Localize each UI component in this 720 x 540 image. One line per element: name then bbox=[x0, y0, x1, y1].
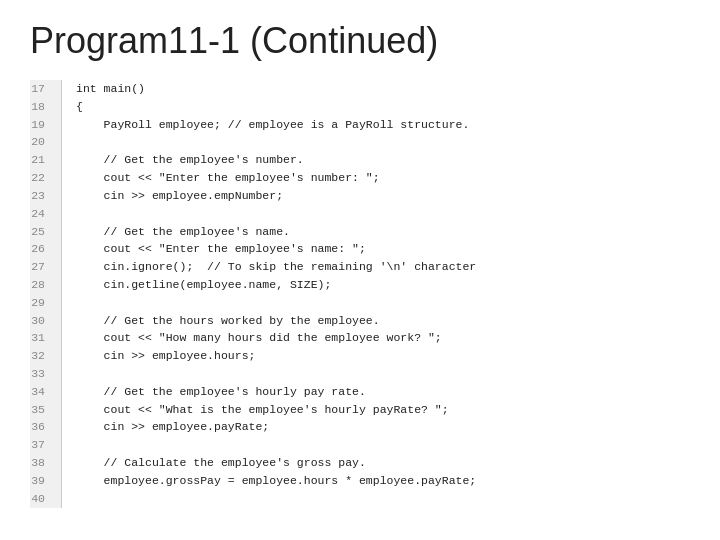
line-number: 26 bbox=[30, 240, 51, 258]
line-number: 24 bbox=[30, 205, 51, 223]
code-line: cin >> employee.payRate; bbox=[76, 418, 476, 436]
code-line: cin >> employee.hours; bbox=[76, 347, 476, 365]
line-number: 27 bbox=[30, 258, 51, 276]
line-number: 31 bbox=[30, 329, 51, 347]
code-line: employee.grossPay = employee.hours * emp… bbox=[76, 472, 476, 490]
code-line: cin >> employee.empNumber; bbox=[76, 187, 476, 205]
line-number: 36 bbox=[30, 418, 51, 436]
code-line: cout << "Enter the employee's number: "; bbox=[76, 169, 476, 187]
code-line: ​ bbox=[76, 205, 476, 223]
code-line: ​ bbox=[76, 133, 476, 151]
code-line: // Get the employee's number. bbox=[76, 151, 476, 169]
line-number: 25 bbox=[30, 223, 51, 241]
code-line: ​ bbox=[76, 490, 476, 508]
line-number: 40 bbox=[30, 490, 51, 508]
line-number: 35 bbox=[30, 401, 51, 419]
code-line: cout << "Enter the employee's name: "; bbox=[76, 240, 476, 258]
line-number: 18 bbox=[30, 98, 51, 116]
line-number: 23 bbox=[30, 187, 51, 205]
code-line: cin.getline(employee.name, SIZE); bbox=[76, 276, 476, 294]
code-line: cin.ignore(); // To skip the remaining '… bbox=[76, 258, 476, 276]
code-line: ​ bbox=[76, 365, 476, 383]
line-number: 38 bbox=[30, 454, 51, 472]
line-number: 32 bbox=[30, 347, 51, 365]
line-number: 19 bbox=[30, 116, 51, 134]
line-number: 21 bbox=[30, 151, 51, 169]
line-number: 28 bbox=[30, 276, 51, 294]
code-line: ​ bbox=[76, 294, 476, 312]
line-number: 17 bbox=[30, 80, 51, 98]
code-line: // Get the employee's hourly pay rate. bbox=[76, 383, 476, 401]
line-number: 22 bbox=[30, 169, 51, 187]
page-container: Program11-1 (Continued) 1718192021222324… bbox=[0, 0, 720, 540]
line-number: 30 bbox=[30, 312, 51, 330]
line-number: 20 bbox=[30, 133, 51, 151]
code-lines: int main(){ PayRoll employee; // employe… bbox=[62, 80, 476, 508]
line-number: 33 bbox=[30, 365, 51, 383]
code-line: cout << "What is the employee's hourly p… bbox=[76, 401, 476, 419]
code-line: ​ bbox=[76, 436, 476, 454]
code-line: // Get the hours worked by the employee. bbox=[76, 312, 476, 330]
code-line: cout << "How many hours did the employee… bbox=[76, 329, 476, 347]
code-line: { bbox=[76, 98, 476, 116]
code-line: int main() bbox=[76, 80, 476, 98]
code-line: PayRoll employee; // employee is a PayRo… bbox=[76, 116, 476, 134]
line-number: 39 bbox=[30, 472, 51, 490]
line-numbers: 1718192021222324252627282930313233343536… bbox=[30, 80, 62, 508]
page-title: Program11-1 (Continued) bbox=[30, 20, 690, 62]
line-number: 34 bbox=[30, 383, 51, 401]
code-line: // Get the employee's name. bbox=[76, 223, 476, 241]
code-line: // Calculate the employee's gross pay. bbox=[76, 454, 476, 472]
code-area: 1718192021222324252627282930313233343536… bbox=[30, 80, 690, 508]
line-number: 29 bbox=[30, 294, 51, 312]
line-number: 37 bbox=[30, 436, 51, 454]
